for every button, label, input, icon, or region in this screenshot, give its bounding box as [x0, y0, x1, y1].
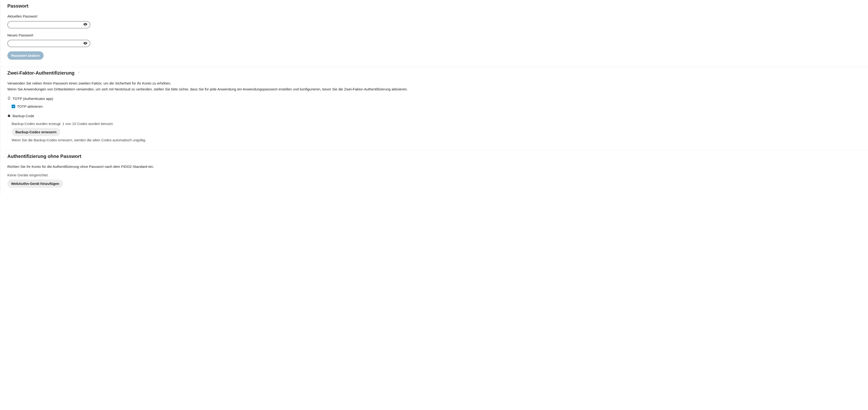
add-webauthn-device-button[interactable]: WebAuthn-Gerät hinzufügen	[7, 179, 63, 188]
toggle-current-password-visibility[interactable]	[82, 21, 88, 28]
totp-enable-checkbox[interactable]	[11, 105, 15, 108]
totp-group: TOTP (Authenticator app) TOTP aktivieren	[7, 96, 861, 109]
passwordless-status: Keine Geräte eingerichtet.	[7, 173, 861, 178]
passwordless-title: Authentifizierung ohne Passwort	[7, 153, 861, 160]
backup-code-header: Backup-Code	[12, 113, 34, 119]
new-password-field: Neues Passwort	[7, 33, 861, 47]
new-password-input[interactable]	[7, 40, 90, 47]
two-factor-desc-2: Wenn Sie Anwendungen von Drittanbietern …	[7, 87, 861, 92]
totp-enable-label: TOTP aktivieren	[17, 104, 43, 109]
info-icon[interactable]	[77, 71, 81, 75]
lock-icon	[7, 113, 11, 119]
svg-point-0	[79, 71, 79, 72]
two-factor-desc-1: Verwenden Sie neben Ihrem Passwort einen…	[7, 81, 861, 86]
eye-icon	[83, 41, 88, 46]
new-password-label: Neues Passwort	[7, 33, 861, 38]
toggle-new-password-visibility[interactable]	[82, 40, 88, 47]
password-title: Passwort	[7, 2, 861, 9]
eye-icon	[83, 22, 88, 27]
two-factor-title: Zwei-Faktor-Authentifizierung	[7, 69, 74, 76]
current-password-field: Aktuelles Passwort	[7, 14, 861, 28]
backup-code-status: Backup-Codes wurden erzeugt. 1 von 10 Co…	[11, 121, 861, 127]
passwordless-section: Authentifizierung ohne Passwort Richten …	[0, 150, 868, 195]
backup-code-group: Backup-Code Backup-Codes wurden erzeugt.…	[7, 113, 861, 143]
password-section: Passwort Aktuelles Passwort Neues Passwo…	[0, 0, 868, 67]
regenerate-backup-codes-button[interactable]: Backup-Codes erneuern	[11, 128, 60, 136]
change-password-button[interactable]: Passwort ändern	[7, 52, 43, 60]
svg-rect-1	[79, 72, 79, 73]
totp-enable-row[interactable]: TOTP aktivieren	[11, 104, 861, 109]
totp-header: TOTP (Authenticator app)	[12, 96, 53, 102]
current-password-label: Aktuelles Passwort	[7, 14, 861, 19]
two-factor-section: Zwei-Faktor-Authentifizierung Verwenden …	[0, 67, 868, 150]
phone-icon	[7, 96, 11, 102]
current-password-input[interactable]	[7, 21, 90, 28]
passwordless-desc: Richten Sie Ihr Konto für die Authentifi…	[7, 164, 861, 170]
backup-code-note: Wenn Sie die Backup-Codes erneuern, werd…	[11, 138, 861, 143]
